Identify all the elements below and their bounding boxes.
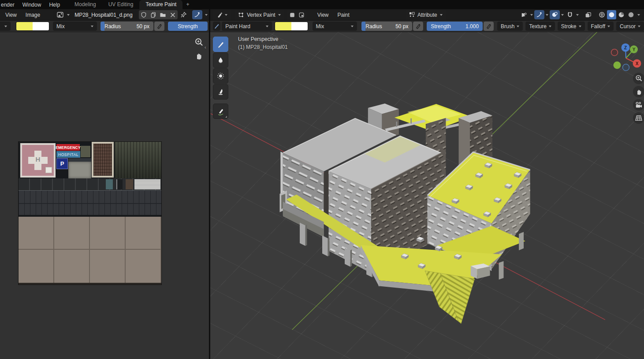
viewport-primary-color[interactable] xyxy=(275,22,291,30)
tab-uv-editing[interactable]: UV Editing xyxy=(102,0,140,9)
svg-text:Z: Z xyxy=(624,45,627,50)
viewport-zoom-icon[interactable] xyxy=(633,73,644,84)
fake-user-shield-icon[interactable] xyxy=(139,10,149,19)
brush-selector-partial[interactable] xyxy=(0,22,11,31)
viewport-falloff-icon[interactable] xyxy=(534,10,544,19)
primary-color-swatch[interactable] xyxy=(16,22,33,30)
texture-popover[interactable]: Texture xyxy=(525,22,555,31)
hospital-building[interactable] xyxy=(280,104,530,324)
brush-preview-button[interactable] xyxy=(213,22,220,31)
wireframe-shading-icon[interactable] xyxy=(597,10,607,19)
sidebar-toggle-arrow[interactable]: ‹ xyxy=(205,44,206,50)
tool-annotate[interactable] xyxy=(213,104,228,119)
viewport-radius-pressure-icon[interactable] xyxy=(413,22,423,31)
hospital-model[interactable] xyxy=(210,32,644,359)
viewport-radius-slider[interactable]: Radius50 px xyxy=(361,22,412,31)
visibility-dropdown-icon[interactable] xyxy=(519,10,529,19)
atlas-window-grid xyxy=(19,190,161,217)
pin-icon[interactable] xyxy=(180,10,187,19)
tool-average[interactable] xyxy=(213,68,228,84)
average-icon xyxy=(217,72,224,80)
viewport-camera-icon[interactable] xyxy=(633,99,644,111)
navigation-gizmo[interactable]: Z Y X xyxy=(606,36,642,72)
visibility-chevron-icon[interactable] xyxy=(530,14,533,16)
viewport-strength-pressure-icon[interactable] xyxy=(484,22,494,31)
viewport-secondary-color[interactable] xyxy=(291,22,308,30)
editor-type-icon xyxy=(216,12,223,18)
viewport-ortho-grid-icon[interactable] xyxy=(633,112,644,124)
viewport-color-swatches[interactable] xyxy=(275,22,308,31)
tab-modeling[interactable]: Modeling xyxy=(68,0,102,9)
open-image-folder-icon[interactable] xyxy=(158,10,168,19)
viewport-tool-settings: Paint Hard Mix Radius50 px Strength1.000 xyxy=(210,21,644,32)
brush-color-swatches[interactable] xyxy=(16,22,49,31)
tool-smear[interactable] xyxy=(213,84,228,100)
rendered-shading-icon[interactable] xyxy=(626,10,636,19)
xray-toggle-icon[interactable] xyxy=(583,10,593,19)
radius-pressure-icon[interactable] xyxy=(154,22,164,31)
brush-dropdown[interactable]: Paint Hard xyxy=(222,22,272,31)
vertex-select-mask-icon[interactable] xyxy=(297,10,306,19)
image-editor-canvas[interactable]: ‹ H EMERGENCY HOSPITAL P xyxy=(0,32,209,359)
image-datablock-selector[interactable]: MP28_Hospital01_d.png xyxy=(53,10,137,19)
pan-hand-icon[interactable] xyxy=(194,52,203,62)
parking-sign: P xyxy=(56,158,68,169)
viewport-view-menu[interactable]: View xyxy=(313,12,333,18)
workspace-tabs: Modeling UV Editing Texture Paint + xyxy=(68,0,193,9)
menu-help[interactable]: Help xyxy=(45,2,64,8)
material-shading-icon[interactable] xyxy=(617,10,626,19)
gizmo-negative-x[interactable] xyxy=(611,49,618,56)
zoom-in-icon[interactable] xyxy=(194,37,204,49)
image-icon xyxy=(55,10,65,19)
atlas-olive-tile xyxy=(81,146,90,157)
blend-mode-dropdown[interactable]: Mix xyxy=(53,22,97,31)
viewport-pan-hand-icon[interactable] xyxy=(633,86,644,97)
falloff-chevron-icon[interactable] xyxy=(203,10,209,19)
stroke-popover[interactable]: Stroke xyxy=(558,22,585,31)
proportional-falloff-icon[interactable] xyxy=(192,10,202,19)
image-editor: View Image MP28_Hospital01_d.png xyxy=(0,9,209,359)
tab-texture-paint[interactable]: Texture Paint xyxy=(139,0,182,9)
viewport-strength-slider[interactable]: Strength1.000 xyxy=(427,22,483,31)
tool-paint-brush[interactable] xyxy=(213,37,228,52)
viewport-canvas[interactable]: User Perspective (1) MP28_Hospital01 xyxy=(210,32,644,359)
smear-icon xyxy=(217,88,224,96)
viewport-snap-chevron-icon[interactable] xyxy=(561,14,564,16)
viewport-paint-menu[interactable]: Paint xyxy=(333,12,354,18)
menu-window[interactable]: Window xyxy=(19,2,45,8)
tool-blur[interactable] xyxy=(213,52,228,68)
radius-slider[interactable]: Radius50 px xyxy=(101,22,153,31)
paint-mask-icon[interactable] xyxy=(288,10,297,19)
texture-image[interactable]: H EMERGENCY HOSPITAL P xyxy=(19,142,161,285)
viewport-falloff-chevron-icon[interactable] xyxy=(546,14,548,16)
solid-shading-icon[interactable] xyxy=(607,10,616,19)
editor-type-selector[interactable] xyxy=(213,10,231,19)
gizmo-negative-y[interactable] xyxy=(614,62,621,69)
mode-selector[interactable]: Vertex Paint xyxy=(235,10,284,19)
image-actions xyxy=(139,10,178,19)
magnet-snap-icon[interactable] xyxy=(565,10,575,19)
image-editor-image-menu[interactable]: Image xyxy=(21,12,45,18)
cursor-popover[interactable]: Cursor xyxy=(616,22,644,31)
atlas-concrete-tiles xyxy=(19,217,161,285)
add-workspace-button[interactable]: + xyxy=(182,0,193,9)
strength-slider[interactable]: Strength xyxy=(168,22,208,31)
shading-mode-group xyxy=(596,10,642,19)
viewport-snap-icon[interactable] xyxy=(550,10,560,19)
viewport-blend-dropdown[interactable]: Mix xyxy=(313,22,357,31)
shading-chevron-icon[interactable] xyxy=(637,14,640,16)
tool-corner-triangle xyxy=(225,116,227,118)
unlink-image-icon[interactable] xyxy=(168,10,178,19)
magnet-chevron-icon[interactable] xyxy=(576,14,579,16)
brush-popover[interactable]: Brush xyxy=(497,22,523,31)
image-editor-view-menu[interactable]: View xyxy=(1,12,21,18)
attribute-selector[interactable]: Attribute xyxy=(406,10,446,19)
image-editor-tool-settings: Mix Radius50 px Strength xyxy=(0,21,209,32)
duplicate-image-icon[interactable] xyxy=(149,10,158,19)
secondary-color-swatch[interactable] xyxy=(33,22,49,30)
falloff-popover[interactable]: Falloff xyxy=(588,22,614,31)
gizmo-negative-z[interactable] xyxy=(623,64,629,71)
image-name[interactable]: MP28_Hospital01_d.png xyxy=(72,12,135,18)
menu-render[interactable]: ender xyxy=(0,2,19,8)
attribute-icon xyxy=(409,12,415,18)
